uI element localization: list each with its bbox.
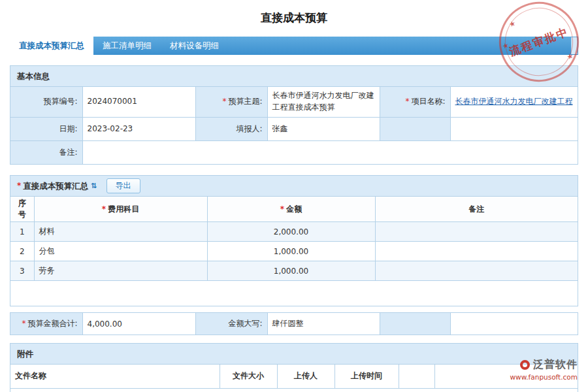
required-asterisk: * — [405, 97, 409, 106]
attachments-header: 附件 — [10, 344, 578, 365]
reporter-value: 张鑫 — [267, 117, 380, 140]
fanpu-logo-icon — [520, 360, 530, 370]
cell-no: 3 — [10, 261, 34, 281]
summary-table: 序号 *费用科目 *金额 备注 1 材料 2,000.00 2 分包 1,000… — [10, 197, 578, 281]
total-amount-value: 4,000.00 — [82, 313, 195, 335]
header-amount-text: 金额 — [286, 204, 302, 214]
project-name-label-text: 项目名称: — [411, 97, 445, 106]
basic-info-title: 基本信息 — [17, 66, 50, 86]
totals-table: *预算金额合计: 4,000.00 金额大写: 肆仟圆整 — [10, 313, 578, 335]
cell-no: 1 — [10, 222, 34, 242]
basic-info-header: 基本信息 — [10, 66, 578, 87]
header-remark: 备注 — [375, 197, 578, 222]
cell-amount: 1,000.00 — [207, 261, 375, 281]
project-name-link[interactable]: 长春市伊通河水力发电厂改建工程 — [455, 97, 573, 106]
header-uploader: 上传人 — [277, 365, 335, 388]
cell-remark — [375, 261, 578, 281]
table-row: *预算金额合计: 4,000.00 金额大写: 肆仟圆整 — [10, 313, 578, 335]
amount-words-label: 金额大写: — [195, 313, 267, 335]
required-asterisk: * — [222, 97, 226, 106]
table-row: 3 劳务 1,000.00 — [10, 261, 578, 281]
cell-remark — [375, 222, 578, 242]
page-title: 直接成本预算 — [0, 0, 588, 25]
tab-direct-cost-summary[interactable]: 直接成本预算汇总 — [10, 37, 93, 55]
cell-no: 2 — [10, 242, 34, 261]
cell-amount: 2,000.00 — [207, 222, 375, 242]
export-button[interactable]: 导出 — [106, 178, 140, 194]
header-no: 序号 — [10, 197, 34, 222]
table-header-row: 序号 *费用科目 *金额 备注 — [10, 197, 578, 222]
totals-section: *预算金额合计: 4,000.00 金额大写: 肆仟圆整 — [10, 312, 578, 335]
table-row: 日期: 2023-02-23 填报人: 张鑫 — [10, 117, 578, 140]
header-amount: *金额 — [207, 197, 375, 222]
required-asterisk: * — [17, 176, 21, 196]
sort-icon[interactable]: ⇅ — [91, 176, 97, 196]
empty-value-cell — [450, 313, 578, 335]
page: 直接成本预算 直接成本预算汇总 施工清单明细 材料设备明细 ★ ★ ★ 流程审批… — [0, 0, 588, 392]
cell-subject: 分包 — [34, 242, 207, 261]
date-label: 日期: — [10, 117, 82, 140]
vendor-url: www.fanpusoft.com — [510, 373, 578, 381]
vendor-logo: 泛普软件 www.fanpusoft.com — [510, 358, 578, 381]
attachments-empty-row — [10, 389, 578, 392]
subject-value: 长春市伊通河水力发电厂改建工程直接成本预算 — [267, 87, 380, 117]
cell-subject: 劳务 — [34, 261, 207, 281]
project-name-cell: 长春市伊通河水力发电厂改建工程 — [450, 87, 578, 117]
reporter-label: 填报人: — [195, 117, 267, 140]
tab-construction-list-detail[interactable]: 施工清单明细 — [93, 37, 161, 55]
subject-label: *预算主题: — [195, 87, 267, 117]
total-amount-label-text: 预算金额合计: — [27, 319, 77, 328]
header-file-name: 文件名称 — [10, 365, 220, 388]
budget-no-label: 预算编号: — [10, 87, 82, 117]
remark-value — [82, 140, 578, 164]
table-row: 预算编号: 2024070001 *预算主题: 长春市伊通河水力发电厂改建工程直… — [10, 87, 578, 117]
subject-label-text: 预算主题: — [228, 97, 262, 106]
empty-label-cell — [380, 117, 450, 140]
header-file-size: 文件大小 — [220, 365, 277, 388]
tab-overflow-button[interactable] — [571, 37, 578, 54]
summary-header: * 直接成本预算汇总 ⇅ 导出 — [10, 176, 578, 197]
attachments-title: 附件 — [17, 344, 33, 364]
vendor-name: 泛普软件 — [533, 358, 578, 372]
budget-no-value: 2024070001 — [82, 87, 195, 117]
amount-words-value: 肆仟圆整 — [267, 313, 380, 335]
required-asterisk: * — [102, 204, 106, 214]
cell-remark — [375, 242, 578, 261]
basic-info-section: 基本信息 预算编号: 2024070001 *预算主题: 长春市伊通河水力发电厂… — [10, 65, 578, 165]
date-value: 2023-02-23 — [82, 117, 195, 140]
remark-label: 备注: — [10, 140, 82, 164]
table-header-row: 文件名称 文件大小 上传人 上传时间 — [10, 365, 578, 388]
table-row: 备注: — [10, 140, 578, 164]
cell-amount: 1,000.00 — [207, 242, 375, 261]
total-amount-label: *预算金额合计: — [10, 313, 82, 335]
required-asterisk: * — [22, 319, 25, 328]
summary-title: 直接成本预算汇总 — [23, 176, 88, 196]
empty-label-cell — [380, 313, 450, 335]
table-row: 2 分包 1,000.00 — [10, 242, 578, 261]
empty-value-cell — [450, 117, 578, 140]
cell-subject: 材料 — [34, 222, 207, 242]
header-upload-time: 上传时间 — [335, 365, 399, 388]
tab-material-equipment-detail[interactable]: 材料设备明细 — [161, 37, 228, 55]
summary-section: * 直接成本预算汇总 ⇅ 导出 序号 *费用科目 *金额 备注 1 材料 2,0… — [10, 175, 578, 306]
table-row: 1 材料 2,000.00 — [10, 222, 578, 242]
header-cost-subject: *费用科目 — [34, 197, 207, 222]
header-cost-subject-text: 费用科目 — [108, 204, 139, 214]
required-asterisk: * — [280, 204, 284, 214]
attachments-table: 文件名称 文件大小 上传人 上传时间 — [10, 365, 578, 389]
tab-bar: 直接成本预算汇总 施工清单明细 材料设备明细 — [10, 37, 578, 55]
basic-info-table: 预算编号: 2024070001 *预算主题: 长春市伊通河水力发电厂改建工程直… — [10, 87, 578, 164]
project-name-label: *项目名称: — [380, 87, 450, 117]
attachments-section: 附件 文件名称 文件大小 上传人 上传时间 — [10, 343, 578, 392]
table-empty-area — [10, 281, 578, 306]
empty-header-cell — [399, 365, 434, 388]
